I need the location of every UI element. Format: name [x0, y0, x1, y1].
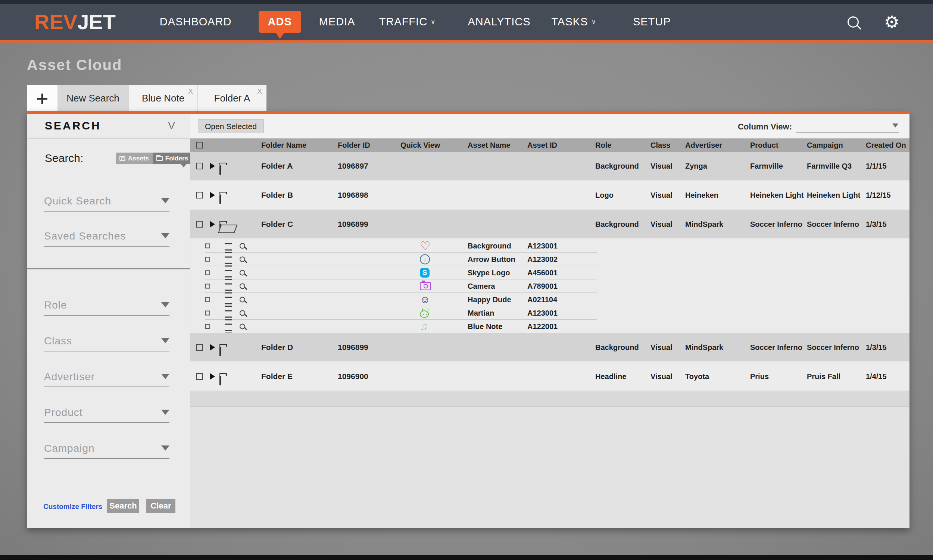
- asset-checkbox[interactable]: [205, 324, 210, 329]
- filter-dropdown-quick-search[interactable]: Quick Search: [44, 195, 169, 212]
- folder-row-folder-d[interactable]: Folder D1096899BackgroundVisualMindSpark…: [190, 333, 910, 362]
- tab-+[interactable]: +: [27, 85, 57, 111]
- column-header-class[interactable]: Class: [650, 141, 670, 149]
- folder-row-folder-c[interactable]: Folder C1096899BackgroundVisualMindSpark…: [190, 210, 910, 239]
- column-header-folder-id[interactable]: Folder ID: [338, 141, 370, 149]
- customize-filters-link[interactable]: Customize Filters: [43, 503, 102, 511]
- list-view-icon[interactable]: [225, 283, 232, 284]
- magnifier-icon[interactable]: [240, 323, 245, 329]
- open-selected-button[interactable]: Open Selected: [198, 119, 264, 133]
- expand-arrow-icon[interactable]: [210, 192, 215, 198]
- asset-row-skype-logo[interactable]: Skype LogoA456001: [205, 266, 597, 280]
- close-icon[interactable]: X: [188, 87, 193, 95]
- collapse-chevron-icon[interactable]: V: [168, 120, 175, 132]
- heart-icon[interactable]: [420, 239, 431, 253]
- toggle-assets-button[interactable]: Assets: [116, 152, 152, 164]
- column-header-created-on[interactable]: Created On: [866, 141, 906, 149]
- filter-dropdown-advertiser[interactable]: Advertiser: [44, 371, 169, 387]
- list-view-icon[interactable]: [225, 256, 232, 257]
- smiley-icon[interactable]: [420, 294, 430, 305]
- list-view-icon[interactable]: [225, 310, 232, 311]
- asset-checkbox[interactable]: [205, 311, 210, 315]
- arrow-circle-icon[interactable]: [420, 254, 430, 264]
- asset-checkbox[interactable]: [205, 297, 210, 302]
- asset-checkbox[interactable]: [205, 283, 210, 288]
- class-value: Visual: [650, 343, 673, 351]
- folder-row-folder-b[interactable]: Folder B1096898LogoVisualHeinekenHeineke…: [190, 181, 910, 210]
- filter-dropdown-product[interactable]: Product: [44, 407, 169, 423]
- column-header-advertiser[interactable]: Advertiser: [685, 141, 722, 149]
- expand-arrow-icon[interactable]: [210, 163, 215, 169]
- magnifier-icon[interactable]: [240, 256, 245, 262]
- column-header-asset-name[interactable]: Asset Name: [468, 141, 511, 149]
- nav-item-ads[interactable]: ADS: [259, 11, 301, 33]
- search-icon[interactable]: [848, 17, 859, 28]
- asset-checkbox[interactable]: [205, 243, 210, 248]
- skype-icon[interactable]: [420, 268, 430, 278]
- magnifier-icon[interactable]: [240, 243, 245, 248]
- tab-blue-note[interactable]: Blue NoteX: [128, 85, 197, 111]
- list-view-icon[interactable]: [225, 297, 232, 298]
- asset-row-arrow-button[interactable]: Arrow ButtonA123002: [205, 252, 597, 266]
- filter-dropdown-role[interactable]: Role: [44, 299, 169, 315]
- expand-arrow-icon[interactable]: [210, 221, 215, 228]
- asset-row-camera[interactable]: CameraA789001: [205, 280, 597, 293]
- nav-item-setup[interactable]: SETUP: [633, 16, 671, 28]
- asset-row-background[interactable]: BackgroundA123001: [205, 239, 597, 252]
- search-button[interactable]: Search: [107, 499, 139, 513]
- list-view-icon[interactable]: [225, 243, 232, 244]
- nav-item-media[interactable]: MEDIA: [319, 16, 355, 28]
- martian-icon[interactable]: [420, 311, 429, 318]
- asset-row-happy-dude[interactable]: Happy DudeA021104: [205, 293, 597, 306]
- assets-folders-toggle: Assets Folders: [116, 152, 192, 164]
- column-header-campaign[interactable]: Campaign: [807, 141, 843, 149]
- revjet-logo[interactable]: REV JET: [34, 10, 116, 34]
- filter-dropdown-class[interactable]: Class: [44, 335, 169, 351]
- row-checkbox[interactable]: [196, 344, 203, 351]
- row-checkbox[interactable]: [196, 163, 203, 169]
- column-header-product[interactable]: Product: [750, 141, 779, 149]
- close-icon[interactable]: X: [257, 87, 262, 95]
- nav-item-tasks[interactable]: TASKS∨: [551, 16, 596, 28]
- camera-icon[interactable]: [420, 282, 431, 290]
- nav-item-analytics[interactable]: ANALYTICS: [468, 16, 531, 28]
- folder-row-folder-a[interactable]: Folder A1096897BackgroundVisualZyngaFarm…: [190, 152, 910, 181]
- select-all-checkbox[interactable]: [196, 142, 203, 148]
- tab-folder-a[interactable]: Folder AX: [197, 85, 266, 111]
- asset-row-martian[interactable]: MartianA123001: [205, 306, 597, 320]
- filter-dropdown-saved-searches[interactable]: Saved Searches: [44, 230, 169, 247]
- list-view-icon[interactable]: [225, 270, 232, 271]
- product-value: Soccer Inferno: [750, 220, 802, 228]
- tab-new-search[interactable]: New Search: [57, 85, 128, 111]
- caret-down-icon: [161, 445, 169, 451]
- expand-arrow-icon[interactable]: [210, 373, 215, 380]
- expand-arrow-icon[interactable]: [210, 344, 215, 351]
- gear-icon[interactable]: ⚙: [884, 14, 899, 31]
- nav-item-traffic[interactable]: TRAFFIC∨: [379, 16, 436, 28]
- filter-dropdown-campaign[interactable]: Campaign: [44, 443, 169, 459]
- magnifier-icon[interactable]: [240, 270, 245, 275]
- asset-checkbox[interactable]: [205, 257, 210, 262]
- magnifier-icon[interactable]: [240, 283, 245, 289]
- clear-button[interactable]: Clear: [146, 499, 176, 513]
- music-note-icon[interactable]: [420, 320, 428, 332]
- product-value: Heineken Light: [750, 191, 804, 199]
- column-header-folder-name[interactable]: Folder Name: [261, 141, 306, 149]
- row-checkbox[interactable]: [196, 221, 203, 228]
- row-checkbox[interactable]: [196, 192, 203, 198]
- row-checkbox[interactable]: [196, 373, 203, 380]
- column-header-role[interactable]: Role: [595, 141, 611, 149]
- column-view-dropdown[interactable]: [796, 123, 899, 132]
- asset-row-blue-note[interactable]: Blue NoteA122001: [205, 320, 597, 333]
- folder-row-folder-e[interactable]: Folder E1096900HeadlineVisualToyotaPrius…: [190, 362, 910, 391]
- asset-checkbox[interactable]: [205, 270, 210, 275]
- nav-item-dashboard[interactable]: DASHBOARD: [160, 16, 232, 28]
- list-view-icon[interactable]: [225, 323, 232, 325]
- magnifier-icon[interactable]: [240, 297, 245, 302]
- folder-open-icon: [219, 223, 221, 233]
- toggle-folders-button[interactable]: Folders: [152, 152, 192, 164]
- column-header-asset-id[interactable]: Asset ID: [527, 141, 557, 149]
- magnifier-icon[interactable]: [240, 310, 245, 315]
- chevron-down-icon: ∨: [591, 18, 596, 26]
- column-header-quick-view[interactable]: Quick View: [400, 141, 440, 149]
